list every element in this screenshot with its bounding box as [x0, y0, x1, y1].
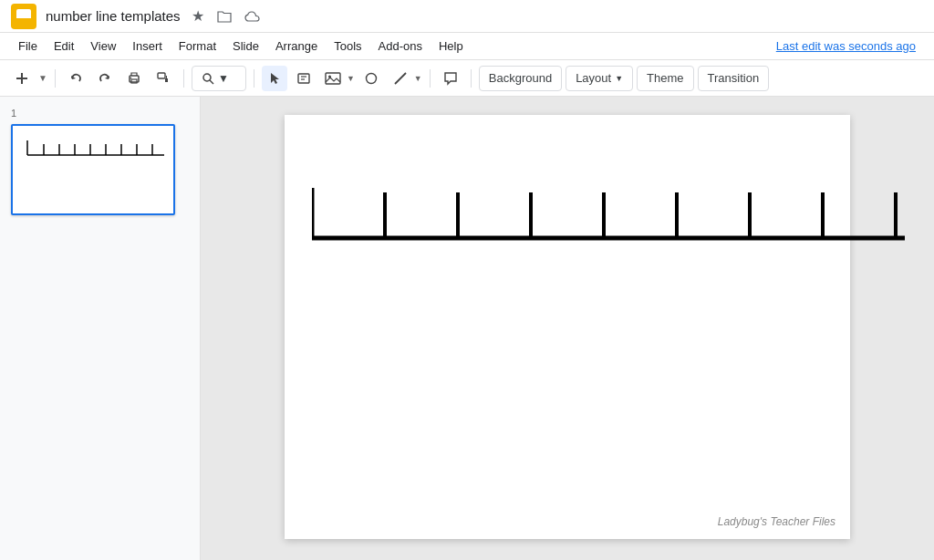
line-chevron[interactable]: ▼ [414, 74, 422, 83]
transition-label: Transition [708, 71, 760, 85]
zoom-icon [202, 72, 214, 85]
print-button[interactable] [121, 66, 147, 91]
layout-label: Layout [576, 71, 611, 85]
transition-button[interactable]: Transition [698, 66, 770, 91]
app-icon-inner [16, 9, 31, 24]
background-button[interactable]: Background [479, 66, 562, 91]
menu-bar: File Edit View Insert Format Slide Arran… [0, 33, 934, 60]
separator-1 [55, 69, 56, 88]
main-area: 1 [0, 97, 934, 560]
layout-button[interactable]: Layout ▼ [566, 66, 633, 91]
redo-button[interactable] [92, 66, 118, 91]
slide-canvas: Ladybug's Teacher Files [285, 115, 850, 539]
menu-addons[interactable]: Add-ons [371, 36, 430, 57]
menu-view[interactable]: View [83, 36, 123, 57]
svg-point-13 [366, 73, 376, 83]
select-tool[interactable] [262, 66, 287, 91]
add-chevron[interactable]: ▼ [38, 73, 47, 83]
menu-file[interactable]: File [11, 36, 45, 57]
line-tool[interactable] [388, 66, 413, 91]
svg-rect-3 [131, 79, 137, 83]
cloud-icon[interactable] [243, 8, 263, 25]
comment-button[interactable] [438, 66, 463, 91]
textbox-tool[interactable] [291, 66, 317, 91]
layout-chevron: ▼ [615, 74, 623, 83]
menu-arrange[interactable]: Arrange [268, 36, 325, 57]
svg-rect-8 [298, 74, 309, 83]
title-bar: number line templates ★ [0, 0, 934, 33]
separator-4 [430, 69, 431, 88]
undo-button[interactable] [63, 66, 88, 91]
app-title: number line templates [46, 8, 181, 24]
menu-tools[interactable]: Tools [327, 36, 368, 57]
image-chevron[interactable]: ▼ [347, 74, 355, 83]
menu-help[interactable]: Help [431, 36, 471, 57]
background-label: Background [489, 71, 552, 85]
slide-thumb-inner [13, 126, 173, 213]
slide-thumbnail[interactable] [11, 124, 175, 215]
theme-button[interactable]: Theme [637, 66, 693, 91]
theme-label: Theme [647, 71, 683, 85]
zoom-button[interactable]: ▼ [192, 66, 246, 91]
slide-number: 1 [11, 108, 189, 119]
svg-rect-11 [326, 73, 340, 84]
menu-edit[interactable]: Edit [47, 36, 81, 57]
image-tool[interactable] [320, 66, 346, 91]
last-edit-status: Last edit was seconds ago [769, 36, 923, 57]
menu-slide[interactable]: Slide [225, 36, 266, 57]
svg-point-6 [203, 74, 211, 81]
separator-5 [471, 69, 472, 88]
thumbnail-number-line [23, 133, 164, 159]
separator-2 [183, 69, 184, 88]
separator-3 [254, 69, 254, 88]
app-icon [11, 4, 36, 29]
watermark: Ladybug's Teacher Files [718, 515, 835, 528]
number-line-svg[interactable] [312, 165, 905, 275]
svg-rect-5 [158, 73, 165, 78]
menu-format[interactable]: Format [171, 36, 223, 57]
shapes-tool[interactable] [358, 66, 384, 91]
paint-format-button[interactable] [150, 66, 176, 91]
zoom-value: ▼ [218, 72, 229, 85]
folder-icon[interactable] [215, 8, 234, 25]
canvas-area[interactable]: Ladybug's Teacher Files [201, 97, 934, 560]
svg-line-7 [210, 80, 213, 84]
svg-line-14 [395, 73, 406, 84]
svg-point-4 [130, 77, 132, 78]
menu-insert[interactable]: Insert [125, 36, 170, 57]
toolbar: ▼ ▼ [0, 60, 934, 97]
star-icon[interactable]: ★ [190, 5, 206, 26]
slide-panel: 1 [0, 97, 201, 560]
add-button[interactable] [9, 66, 35, 91]
